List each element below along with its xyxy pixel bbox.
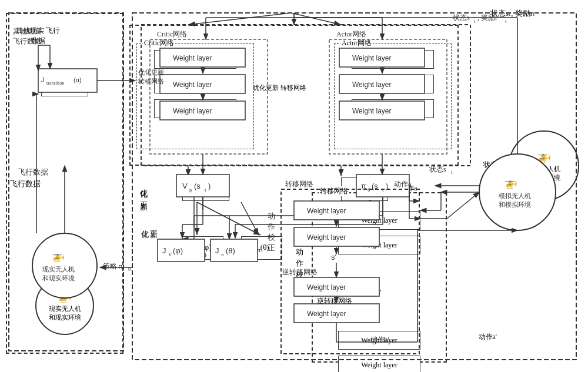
policy-label: 策略 π_θ (182, 251, 206, 260)
real-drone-label: 现实无人机 和现实环境 (49, 304, 81, 323)
actor-network-label: Actor网络 (340, 38, 373, 48)
transfer-network-area: 转移网络 Weight layer Weight layer s' 逆转移网络 … (312, 192, 447, 363)
action-correction-label: 动 作 校 正 (294, 242, 305, 277)
critic-weight-layer-3: Weight layer (154, 99, 236, 118)
inv-transfer-weight-layer-1: Weight layer (338, 331, 420, 350)
v-phi-label: Vφ(st) (196, 184, 215, 195)
j-transition-box: Jtransition(α) (41, 73, 88, 96)
real-drone-circle: 🚁 现实无人机 和现实环境 (35, 276, 94, 335)
j-transition-formula: Jtransition(α) (49, 80, 80, 89)
v-phi-box: Vφ(st) (182, 177, 229, 201)
state-reward-label: 状态sₜ, 奖励rₜ (490, 8, 535, 19)
svg-line-8 (188, 13, 291, 25)
real-drone-icon: 🚁 (58, 289, 72, 303)
actor-box: Actor网络 Weight layer Weight layer Weight… (334, 43, 452, 149)
critic-actor-area: Critic网络 Weight layer Weight layer Weigh… (129, 25, 459, 166)
opt-update-label: 优化 更新 (138, 183, 149, 198)
svg-line-4 (241, 202, 259, 235)
sim-drone-icon: 🚁 (537, 149, 552, 163)
critic-network-label: Critic网络 (143, 38, 175, 48)
inv-transfer-weight-layer-2: Weight layer (338, 356, 420, 372)
state-st-label: 状态sₜ (483, 160, 503, 170)
s-prime-label: s' (377, 287, 381, 297)
actor-weight-layer-2: Weight layer (352, 75, 434, 93)
sim-drone-label: 模拟无人机 和模拟环境 (528, 165, 560, 183)
j-pi-label: Jπ(θ) (254, 243, 269, 253)
actor-weight-layer-1: Weight layer (352, 50, 434, 69)
j-pi-box: Jπ(θ) (241, 236, 282, 260)
transfer-weight-layer-1: Weight layer (338, 211, 420, 230)
inv-transfer-network-label: 逆转移网络 (316, 296, 353, 306)
action-a-prime-label: 动作a' (479, 332, 497, 342)
critic-box: Critic网络 Weight layer Weight layer Weigh… (136, 43, 254, 149)
critic-weight-layer-1: Weight layer (154, 50, 236, 69)
other-flight-data-label: 其他现实 飞行数据 (16, 26, 60, 46)
transfer-network-label: 转移网络 (319, 186, 349, 196)
svg-line-9 (291, 13, 341, 25)
sim-drone-circle: 🚁 模拟无人机 和模拟环境 (509, 130, 579, 201)
transfer-weight-layer-2: Weight layer (338, 236, 420, 254)
left-panel: 其他现实 飞行数据 Jtransition(α) 飞行数据 🚁 现实无人机 和现… (6, 13, 123, 354)
svg-line-5 (197, 202, 260, 235)
flight-data-label: 飞行数据 (10, 179, 41, 189)
critic-weight-layer-2: Weight layer (154, 75, 236, 93)
actor-weight-layer-3: Weight layer (352, 99, 434, 118)
right-panel: 状态sₜ, 奖励rₜ 优化更新 转移网络 Critic网络 Weight lay… (123, 13, 582, 360)
